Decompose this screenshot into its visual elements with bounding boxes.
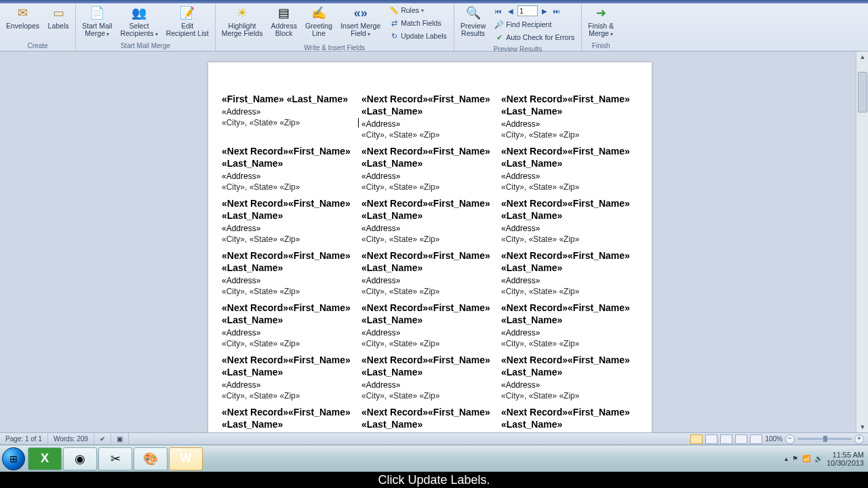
outline-view[interactable] (735, 434, 747, 444)
select-recipients-button[interactable]: SelectRecipients (117, 3, 161, 40)
label-cell: «Next Record»«First_Name» «Last_Name»«Ad… (500, 354, 639, 406)
finish-icon (590, 5, 612, 21)
scroll-down-button[interactable]: ▼ (856, 422, 868, 432)
label-address-line: «Address» (222, 171, 359, 181)
label-address-line: «Address» (222, 224, 359, 233)
label-name-line: «Next Record»«First_Name» «Last_Name» (361, 354, 498, 378)
print-layout-view[interactable] (690, 434, 703, 444)
label-cell: «Next Record»«First_Name» «Last_Name»«Ad… (500, 406, 639, 432)
select-rec-icon (128, 5, 150, 21)
label-address-line: «Address» (222, 107, 359, 117)
label-address-line: «Address» (222, 276, 359, 285)
label-address-line: «Address» (361, 276, 498, 285)
tray-clock[interactable]: 11:55 AM 10/30/2013 (827, 451, 864, 467)
labels-button[interactable]: Labels (44, 3, 73, 32)
label-cell: «Next Record»«First_Name» «Last_Name»«Ad… (500, 249, 639, 302)
label-name-line: «Next Record»«First_Name» «Last_Name» (222, 406, 359, 430)
ribbon: Envelopes Labels Create Start MailMerge … (0, 0, 868, 52)
status-bar: Page: 1 of 1 Words: 209 ✔ ▣ 100% − + (0, 432, 868, 445)
label-city-state-zip-line: «City», «State» «Zip» (361, 339, 498, 348)
proofing-button[interactable]: ✔ (94, 433, 111, 445)
greeting-line-button[interactable]: GreetingLine (302, 3, 336, 39)
label-cell: «Next Record»«First_Name» «Last_Name»«Ad… (220, 406, 360, 432)
zoom-in-button[interactable]: + (854, 434, 864, 444)
taskbar-snipping[interactable]: ✂ (98, 447, 132, 470)
match-fields-button[interactable]: Match Fields (387, 17, 450, 29)
label-cell: «Next Record»«First_Name» «Last_Name»«Ad… (360, 93, 500, 145)
draft-view[interactable] (750, 434, 762, 444)
label-city-state-zip-line: «City», «State» «Zip» (361, 391, 498, 401)
group-preview: PreviewResults Find Recipient Auto Check… (454, 0, 582, 51)
envelopes-button[interactable]: Envelopes (3, 3, 43, 32)
insert-mf-icon (350, 5, 372, 21)
label-city-state-zip-line: «City», «State» «Zip» (222, 287, 359, 296)
taskbar-word[interactable]: W (169, 447, 203, 470)
label-name-line: «Next Record»«First_Name» «Last_Name» (222, 302, 359, 326)
taskbar-paint[interactable]: 🎨 (134, 447, 167, 470)
update-label: Update Labels (401, 32, 447, 40)
tray-flag-icon[interactable]: ⚑ (792, 455, 798, 462)
group-finish: Finish &Merge Finish (582, 0, 620, 51)
vertical-scrollbar[interactable]: ▲ ▼ (856, 52, 868, 432)
label-address-line: «Address» (501, 276, 638, 285)
system-tray[interactable]: ▴ ⚑ 📶 🔊 11:55 AM 10/30/2013 (785, 451, 868, 467)
group-write-insert: HighlightMerge Fields AddressBlock Greet… (216, 0, 454, 51)
tray-network-icon[interactable]: 📶 (802, 455, 810, 462)
label-cell: «Next Record»«First_Name» «Last_Name»«Ad… (220, 197, 360, 249)
label-name-line: «Next Record»«First_Name» «Last_Name» (222, 197, 359, 222)
start-button[interactable]: ⊞ (0, 445, 27, 472)
web-layout-view[interactable] (720, 434, 732, 444)
tray-date: 10/30/2013 (827, 459, 864, 467)
highlight-merge-fields-button[interactable]: HighlightMerge Fields (218, 3, 267, 39)
macro-button[interactable]: ▣ (111, 433, 129, 445)
label-name-line: «Next Record»«First_Name» «Last_Name» (501, 93, 638, 117)
preview-results-button[interactable]: PreviewResults (457, 3, 489, 39)
update-labels-button[interactable]: Update Labels (387, 30, 450, 42)
auto-check-errors-button[interactable]: Auto Check for Errors (492, 31, 577, 43)
label-name-line: «Next Record»«First_Name» «Last_Name» (361, 302, 498, 326)
address-block-button[interactable]: AddressBlock (267, 3, 300, 39)
record-input[interactable] (517, 5, 538, 16)
document-area[interactable]: «First_Name» «Last_Name»«Address»«City»,… (0, 52, 856, 432)
taskbar-chrome[interactable]: ◉ (63, 447, 97, 470)
group-create-label: Create (28, 41, 48, 51)
edit-rec-label: EditRecipient List (166, 22, 209, 37)
rules-label: Rules (401, 6, 419, 14)
fullscreen-view[interactable] (705, 434, 717, 444)
check-icon (494, 33, 504, 42)
label-address-line: «Address» (501, 171, 638, 181)
scroll-up-button[interactable]: ▲ (856, 52, 868, 62)
tray-show-hidden-icon[interactable]: ▴ (785, 455, 788, 462)
label-city-state-zip-line: «City», «State» «Zip» (361, 287, 498, 296)
edit-rec-icon (176, 5, 198, 21)
zoom-out-button[interactable]: − (785, 434, 795, 444)
finish-merge-button[interactable]: Finish &Merge (585, 3, 617, 40)
tray-volume-icon[interactable]: 🔊 (814, 455, 823, 462)
auto-label: Auto Check for Errors (506, 33, 574, 41)
zoom-level[interactable]: 100% (765, 435, 783, 443)
first-record-button[interactable] (493, 5, 504, 16)
label-cell: «Next Record»«First_Name» «Last_Name»«Ad… (220, 302, 360, 354)
taskbar: ⊞ X ◉ ✂ 🎨 W ▴ ⚑ 📶 🔊 11:55 AM 10/30/2013 (0, 445, 868, 472)
next-record-button[interactable] (539, 5, 550, 16)
label-city-state-zip-line: «City», «State» «Zip» (501, 391, 638, 401)
last-record-button[interactable] (551, 5, 562, 16)
insert-mf-label: Insert MergeField (340, 22, 380, 38)
taskbar-excel[interactable]: X (28, 447, 62, 470)
start-mail-merge-button[interactable]: Start MailMerge (79, 3, 115, 40)
scroll-thumb[interactable] (858, 72, 867, 113)
label-address-line: «Address» (501, 328, 638, 338)
label-name-line: «Next Record»«First_Name» «Last_Name» (361, 406, 498, 430)
label-name-line: «Next Record»«First_Name» «Last_Name» (222, 249, 359, 274)
page-indicator[interactable]: Page: 1 of 1 (0, 433, 48, 445)
insert-merge-field-button[interactable]: Insert MergeField (337, 3, 384, 40)
label-city-state-zip-line: «City», «State» «Zip» (501, 287, 638, 296)
find-recipient-button[interactable]: Find Recipient (492, 18, 577, 30)
prev-record-button[interactable] (505, 5, 516, 16)
label-cell: «Next Record»«First_Name» «Last_Name»«Ad… (220, 354, 360, 406)
label-cell: «Next Record»«First_Name» «Last_Name»«Ad… (360, 197, 500, 249)
edit-recipient-list-button[interactable]: EditRecipient List (163, 3, 212, 39)
zoom-slider[interactable] (797, 438, 852, 440)
rules-button[interactable]: Rules (387, 4, 450, 16)
word-count[interactable]: Words: 209 (48, 433, 94, 445)
